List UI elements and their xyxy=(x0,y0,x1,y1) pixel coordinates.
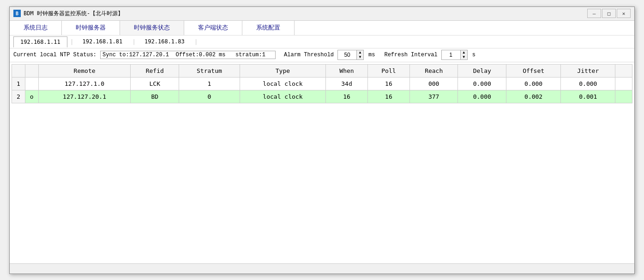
cell-stratum: 0 xyxy=(179,90,240,103)
menu-item-clientstatus[interactable]: 客户端状态 xyxy=(184,21,242,35)
alarm-unit-label: ms xyxy=(368,52,375,58)
ntp-table-area: Remote Refid Stratum Type When Poll Reac… xyxy=(10,62,634,263)
bottom-bar xyxy=(10,263,634,274)
cell-poll: 16 xyxy=(367,77,409,90)
menu-bar: 系统日志 时钟服务器 时钟服务状态 客户端状态 系统配置 xyxy=(10,21,634,36)
tab-sep1: | xyxy=(70,38,74,45)
cell-flag: o xyxy=(25,90,38,103)
col-header-reach: Reach xyxy=(409,64,458,77)
alarm-threshold-label: Alarm Threshold xyxy=(284,52,334,58)
col-header-offset: Offset xyxy=(506,64,561,77)
close-button[interactable]: ✕ xyxy=(617,9,631,18)
cell-refid: BD xyxy=(131,90,179,103)
window-controls: — □ ✕ xyxy=(587,9,631,18)
col-header-num xyxy=(12,64,25,77)
cell-type: local clock xyxy=(240,90,325,103)
alarm-threshold-spinner-buttons: ▲ ▼ xyxy=(356,50,363,60)
cell-poll: 16 xyxy=(367,90,409,103)
cell-when: 34d xyxy=(326,77,368,90)
table-row: 1127.127.1.0LCK1local clock34d160000.000… xyxy=(12,77,632,90)
alarm-threshold-down-button[interactable]: ▼ xyxy=(357,55,363,60)
cell-delay: 0.000 xyxy=(458,77,506,90)
cell-reach: 377 xyxy=(409,90,458,103)
refresh-interval-spinner[interactable]: ▲ ▼ xyxy=(441,50,468,60)
window-title: BDM 时钟服务器监控系统-【北斗时源】 xyxy=(24,10,587,18)
col-header-remote: Remote xyxy=(38,64,131,77)
col-header-jitter: Jitter xyxy=(561,64,615,77)
cell-flag xyxy=(25,77,38,90)
main-window: B BDM 时钟服务器监控系统-【北斗时源】 — □ ✕ 系统日志 时钟服务器 … xyxy=(9,6,635,274)
refresh-interval-down-button[interactable]: ▼ xyxy=(461,55,467,60)
current-ntp-label: Current local NTP Status: xyxy=(13,52,96,58)
cell-delay: 0.000 xyxy=(458,90,506,103)
tab-ip3[interactable]: 192.168.1.83 xyxy=(138,36,192,47)
cell-extra xyxy=(615,77,632,90)
menu-item-sysconfig[interactable]: 系统配置 xyxy=(242,21,295,35)
refresh-interval-up-button[interactable]: ▲ xyxy=(461,50,467,55)
current-ntp-value[interactable] xyxy=(100,51,276,59)
col-header-stratum: Stratum xyxy=(179,64,240,77)
cell-offset: 0.002 xyxy=(506,90,561,103)
tab-ip1[interactable]: 192.168.1.11 xyxy=(13,36,67,48)
col-header-extra xyxy=(615,64,632,77)
refresh-interval-label: Refresh Interval xyxy=(384,52,437,58)
cell-extra xyxy=(615,90,632,103)
cell-num: 2 xyxy=(12,90,25,103)
cell-when: 16 xyxy=(326,90,368,103)
restore-button[interactable]: □ xyxy=(602,9,616,18)
menu-item-clockstatus[interactable]: 时钟服务状态 xyxy=(120,21,184,35)
status-bar: Current local NTP Status: Alarm Threshol… xyxy=(10,48,634,62)
tab-sep2: | xyxy=(132,38,136,45)
cell-remote: 127.127.1.0 xyxy=(38,77,131,90)
app-icon: B xyxy=(13,10,21,17)
col-header-when: When xyxy=(326,64,368,77)
menu-item-clockserver[interactable]: 时钟服务器 xyxy=(62,21,120,35)
cell-offset: 0.000 xyxy=(506,77,561,90)
minimize-button[interactable]: — xyxy=(587,9,601,18)
cell-stratum: 1 xyxy=(179,77,240,90)
cell-jitter: 0.001 xyxy=(561,90,615,103)
tab-bar: 192.168.1.11 | 192.168.1.81 | 192.168.1.… xyxy=(10,36,634,48)
table-header-row: Remote Refid Stratum Type When Poll Reac… xyxy=(12,64,632,77)
cell-remote: 127.127.20.1 xyxy=(38,90,131,103)
refresh-interval-spinner-buttons: ▲ ▼ xyxy=(460,50,467,60)
refresh-interval-input[interactable] xyxy=(442,51,460,59)
ntp-table: Remote Refid Stratum Type When Poll Reac… xyxy=(12,64,632,103)
alarm-threshold-spinner[interactable]: ▲ ▼ xyxy=(337,50,364,60)
cell-num: 1 xyxy=(12,77,25,90)
col-header-type: Type xyxy=(240,64,325,77)
cell-reach: 000 xyxy=(409,77,458,90)
tab-ip2[interactable]: 192.168.1.81 xyxy=(76,36,130,47)
alarm-threshold-up-button[interactable]: ▲ xyxy=(357,50,363,55)
cell-type: local clock xyxy=(240,77,325,90)
refresh-unit-label: s xyxy=(472,52,475,58)
col-header-delay: Delay xyxy=(458,64,506,77)
col-header-poll: Poll xyxy=(367,64,409,77)
alarm-threshold-input[interactable] xyxy=(338,51,356,59)
col-header-refid: Refid xyxy=(131,64,179,77)
menu-item-syslog[interactable]: 系统日志 xyxy=(10,21,62,35)
tab-sep3: | xyxy=(194,38,198,45)
cell-refid: LCK xyxy=(131,77,179,90)
table-row: 2o127.127.20.1BD0local clock16163770.000… xyxy=(12,90,632,103)
col-header-flag xyxy=(25,64,38,77)
cell-jitter: 0.000 xyxy=(561,77,615,90)
title-bar: B BDM 时钟服务器监控系统-【北斗时源】 — □ ✕ xyxy=(10,7,634,21)
